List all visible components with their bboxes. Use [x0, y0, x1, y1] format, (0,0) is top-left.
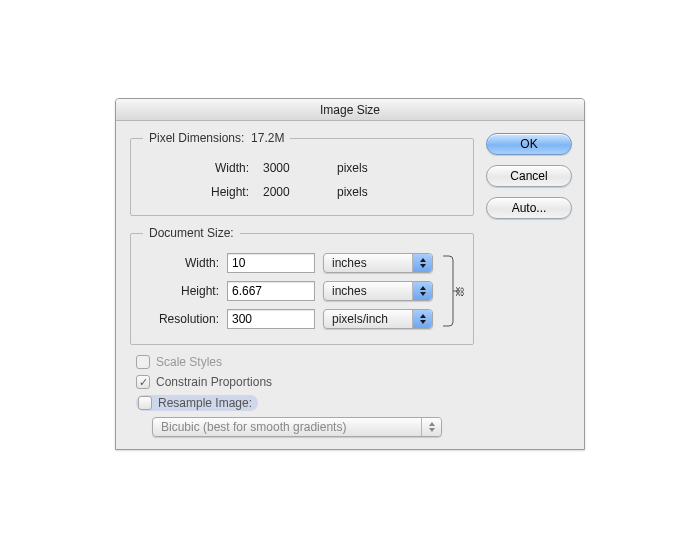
updown-icon — [421, 418, 441, 436]
ds-height-input[interactable] — [227, 281, 315, 301]
constrain-proportions-label: Constrain Proportions — [156, 375, 272, 389]
resample-method-label: Bicubic (best for smooth gradients) — [161, 420, 421, 434]
constrain-proportions-row: ✓ Constrain Proportions — [136, 375, 474, 389]
ds-width-label: Width: — [143, 256, 219, 270]
ok-button[interactable]: OK — [486, 133, 572, 155]
resample-image-row: Resample Image: — [136, 395, 474, 411]
constrain-proportions-checkbox[interactable]: ✓ — [136, 375, 150, 389]
image-size-dialog: Image Size Pixel Dimensions: 17.2M Width… — [115, 98, 585, 450]
ds-resolution-unit-label: pixels/inch — [332, 312, 412, 326]
pd-width-row: Width: 3000 pixels — [143, 155, 461, 179]
ds-width-unit-combo[interactable]: inches — [323, 253, 433, 273]
scale-styles-label: Scale Styles — [156, 355, 222, 369]
ds-width-input[interactable] — [227, 253, 315, 273]
ds-resolution-unit-combo[interactable]: pixels/inch — [323, 309, 433, 329]
pd-height-unit: pixels — [337, 185, 407, 199]
cancel-button[interactable]: Cancel — [486, 165, 572, 187]
ds-resolution-label: Resolution: — [143, 312, 219, 326]
pd-height-label: Height: — [167, 185, 249, 199]
dialog-title: Image Size — [116, 99, 584, 121]
resample-image-checkbox[interactable] — [138, 396, 152, 410]
ds-width-row: Width: inches — [143, 253, 433, 273]
auto-button[interactable]: Auto... — [486, 197, 572, 219]
pixel-dimensions-size: 17.2M — [251, 131, 284, 145]
scale-styles-row: Scale Styles — [136, 355, 474, 369]
ds-height-unit-label: inches — [332, 284, 412, 298]
ds-width-unit-label: inches — [332, 256, 412, 270]
scale-styles-checkbox — [136, 355, 150, 369]
pixel-dimensions-legend: Pixel Dimensions: 17.2M — [143, 131, 290, 145]
pd-height-value: 2000 — [263, 185, 323, 199]
pd-height-row: Height: 2000 pixels — [143, 179, 461, 203]
document-size-legend: Document Size: — [143, 226, 240, 240]
resample-method-combo: Bicubic (best for smooth gradients) — [152, 417, 442, 437]
ds-resolution-row: Resolution: pixels/inch — [143, 309, 433, 329]
ds-height-row: Height: inches — [143, 281, 433, 301]
pixel-dimensions-group: Pixel Dimensions: 17.2M Width: 3000 pixe… — [130, 131, 474, 216]
resample-image-label: Resample Image: — [158, 396, 252, 410]
link-bracket: ⛓ — [441, 250, 461, 332]
document-size-group: Document Size: Width: inches Heig — [130, 226, 474, 345]
resample-highlight: Resample Image: — [136, 395, 258, 411]
right-column: OK Cancel Auto... — [486, 131, 572, 437]
updown-icon — [412, 254, 432, 272]
link-icon: ⛓ — [455, 286, 465, 297]
pd-width-value: 3000 — [263, 161, 323, 175]
updown-icon — [412, 282, 432, 300]
ds-height-label: Height: — [143, 284, 219, 298]
pd-width-label: Width: — [167, 161, 249, 175]
ds-height-unit-combo[interactable]: inches — [323, 281, 433, 301]
updown-icon — [412, 310, 432, 328]
ds-resolution-input[interactable] — [227, 309, 315, 329]
pd-width-unit: pixels — [337, 161, 407, 175]
left-column: Pixel Dimensions: 17.2M Width: 3000 pixe… — [130, 131, 474, 437]
dialog-content: Pixel Dimensions: 17.2M Width: 3000 pixe… — [116, 121, 584, 449]
